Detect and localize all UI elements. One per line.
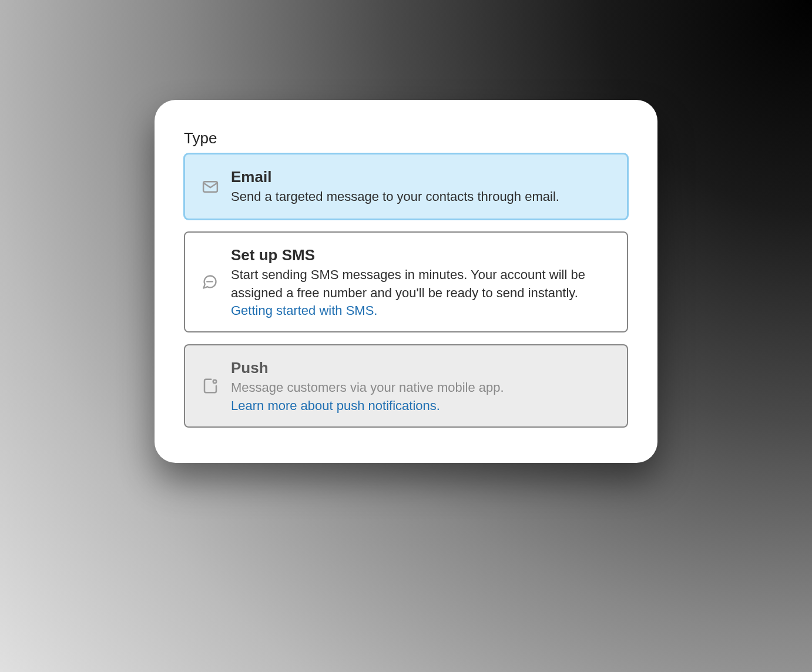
chat-bubble-icon bbox=[202, 274, 231, 290]
section-title: Type bbox=[184, 129, 628, 147]
option-email-body: Email Send a targeted message to your co… bbox=[231, 167, 610, 206]
type-selector-card: Type Email Send a targeted message to yo… bbox=[155, 100, 657, 463]
push-learn-more-link[interactable]: Learn more about push notifications. bbox=[231, 398, 440, 414]
option-push-body: Push Message customers via your native m… bbox=[231, 358, 610, 413]
option-email[interactable]: Email Send a targeted message to your co… bbox=[184, 153, 628, 220]
option-sms-body: Set up SMS Start sending SMS messages in… bbox=[231, 246, 610, 318]
option-sms-description: Start sending SMS messages in minutes. Y… bbox=[231, 266, 610, 303]
option-sms-title: Set up SMS bbox=[231, 246, 610, 265]
option-email-description: Send a targeted message to your contacts… bbox=[231, 188, 610, 206]
option-push-title: Push bbox=[231, 358, 610, 378]
push-notification-icon bbox=[202, 377, 231, 395]
svg-point-2 bbox=[213, 380, 217, 384]
email-icon bbox=[202, 178, 231, 196]
option-sms[interactable]: Set up SMS Start sending SMS messages in… bbox=[184, 231, 628, 332]
option-push[interactable]: Push Message customers via your native m… bbox=[184, 344, 628, 427]
option-push-description: Message customers via your native mobile… bbox=[231, 379, 610, 397]
sms-getting-started-link[interactable]: Getting started with SMS. bbox=[231, 303, 377, 318]
option-email-title: Email bbox=[231, 167, 610, 187]
